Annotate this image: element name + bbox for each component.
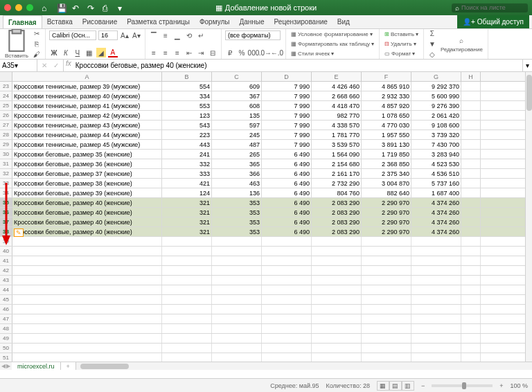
cell[interactable]: 6 490 — [262, 150, 312, 159]
table-row[interactable]: 48 — [0, 324, 532, 334]
table-row[interactable]: 39 — [0, 237, 532, 247]
column-header-F[interactable]: F — [362, 72, 411, 81]
cell[interactable]: 421 — [162, 179, 212, 188]
cell[interactable] — [461, 217, 481, 226]
cell[interactable]: 4 426 460 — [312, 82, 362, 91]
zoom-slider[interactable] — [432, 384, 493, 387]
wrap-text-icon[interactable]: ↵ — [196, 30, 206, 40]
align-center-icon[interactable]: ≡ — [161, 48, 170, 57]
cell[interactable]: 1 781 770 — [312, 130, 362, 139]
cell[interactable]: 6 490 — [262, 179, 312, 188]
table-row[interactable]: 23Кроссовки теннисные, размер 39 (мужски… — [0, 82, 532, 91]
paste-button[interactable]: Вставить — [3, 28, 30, 61]
format-cells-button[interactable]: ▭Формат ▾ — [383, 50, 420, 57]
row-header[interactable]: 50 — [0, 344, 12, 353]
column-header-G[interactable]: G — [411, 72, 461, 81]
cell[interactable]: 1 564 090 — [312, 150, 362, 159]
table-row[interactable]: 31Кроссовки беговые, размер 36 (женские)… — [0, 159, 532, 169]
cell[interactable]: Кроссовки беговые, размер 35 (женские) — [12, 150, 162, 159]
cell[interactable]: 487 — [212, 140, 262, 149]
cell[interactable]: 353 — [212, 208, 262, 217]
cell[interactable] — [461, 91, 481, 100]
cell[interactable]: 6 490 — [262, 169, 312, 178]
cell[interactable] — [461, 169, 481, 178]
increase-font-icon[interactable]: A▴ — [120, 30, 130, 40]
cell[interactable]: 7 430 700 — [411, 140, 461, 149]
ribbon-tab-Главная[interactable]: Главная — [3, 15, 42, 28]
cell[interactable]: 1 957 550 — [362, 130, 411, 139]
format-painter-icon[interactable]: 🖌 — [32, 50, 42, 60]
row-header[interactable]: 45 — [0, 295, 12, 304]
ribbon-tab-Вставка[interactable]: Вставка — [42, 15, 78, 28]
cell[interactable]: Кроссовки теннисные, размер 41 (мужские) — [12, 101, 162, 110]
column-header-H[interactable]: H — [461, 72, 481, 81]
cell[interactable]: 4 418 470 — [312, 101, 362, 110]
zoom-window-button[interactable] — [26, 4, 33, 11]
insert-cells-button[interactable]: ⊞Вставить ▾ — [383, 30, 420, 38]
cell[interactable] — [461, 130, 481, 139]
cell[interactable]: 4 523 530 — [411, 159, 461, 168]
cell[interactable]: Кроссовки беговые, размер 40 (женские) — [12, 217, 162, 226]
cell[interactable]: 6 490 — [262, 208, 312, 217]
cell[interactable]: 124 — [162, 188, 212, 197]
normal-view-icon[interactable]: ▦ — [377, 381, 389, 391]
cell[interactable]: Кроссовки теннисные, размер 39 (мужские) — [12, 82, 162, 91]
cell[interactable]: 321 — [162, 217, 212, 226]
minimize-window-button[interactable] — [15, 4, 22, 11]
cell[interactable]: Кроссовки беговые, размер 40 (женские) — [12, 227, 162, 236]
cell[interactable]: 321 — [162, 227, 212, 236]
align-middle-icon[interactable]: ≡ — [161, 30, 170, 40]
print-icon[interactable]: ⎙ — [103, 3, 112, 12]
underline-icon[interactable]: Ч — [73, 48, 82, 57]
merge-cells-icon[interactable]: ⊟ — [208, 48, 218, 57]
search-input[interactable] — [461, 4, 524, 11]
table-row[interactable]: 34Кроссовки беговые, размер 39 (женские)… — [0, 188, 532, 198]
redo-icon[interactable]: ↷ — [87, 3, 96, 12]
autosum-icon[interactable]: Σ — [427, 29, 437, 39]
table-row[interactable]: 27Кроссовки теннисные, размер 43 (мужски… — [0, 121, 532, 130]
column-header-A[interactable]: A — [12, 72, 162, 81]
table-row[interactable]: 38Кроссовки беговые, размер 40 (женские)… — [0, 227, 532, 237]
cell[interactable]: 7 990 — [262, 130, 312, 139]
cell[interactable]: 543 — [162, 121, 212, 130]
formula-expand-icon[interactable]: ▾ — [522, 60, 532, 71]
increase-indent-icon[interactable]: ⇥ — [196, 48, 206, 57]
qat-caret-icon[interactable]: ▾ — [118, 3, 127, 12]
select-all-corner[interactable] — [0, 72, 12, 81]
sheet-tab[interactable]: microexcel.ru — [12, 362, 61, 370]
cell[interactable] — [461, 198, 481, 207]
view-switcher[interactable]: ▦ ▤ ▥ — [377, 381, 414, 391]
column-header-D[interactable]: D — [262, 72, 312, 81]
row-header[interactable]: 48 — [0, 324, 12, 333]
table-row[interactable]: 50 — [0, 344, 532, 353]
cell[interactable]: 245 — [212, 130, 262, 139]
spreadsheet-grid[interactable]: ABCDEFGH 23Кроссовки теннисные, размер 3… — [0, 72, 532, 377]
cell[interactable]: 7 990 — [262, 140, 312, 149]
format-as-table-button[interactable]: ▦Форматировать как таблицу ▾ — [290, 40, 375, 48]
zoom-out-button[interactable]: − — [421, 382, 425, 389]
ribbon-tab-Рисование[interactable]: Рисование — [78, 15, 122, 28]
cell[interactable]: 2 368 850 — [362, 159, 411, 168]
cell[interactable]: 365 — [212, 159, 262, 168]
window-controls[interactable] — [4, 4, 33, 11]
cell[interactable]: 7 990 — [262, 91, 312, 100]
copy-icon[interactable]: ⎘ — [32, 39, 42, 49]
font-name-select[interactable] — [49, 30, 96, 40]
row-header[interactable]: 40 — [0, 247, 12, 256]
table-row[interactable]: 49 — [0, 334, 532, 344]
cell[interactable]: 2 668 660 — [312, 91, 362, 100]
table-row[interactable]: 28Кроссовки теннисные, размер 44 (мужски… — [0, 130, 532, 140]
cell[interactable]: 7 990 — [262, 82, 312, 91]
currency-icon[interactable]: ₽ — [225, 48, 235, 57]
cell[interactable]: 2 290 970 — [362, 208, 411, 217]
cell[interactable]: 6 490 — [262, 159, 312, 168]
border-icon[interactable]: ▦ — [85, 48, 94, 57]
cell[interactable]: Кроссовки беговые, размер 37 (женские) — [12, 169, 162, 178]
cell[interactable] — [461, 111, 481, 120]
row-header[interactable]: 41 — [0, 256, 12, 265]
cell[interactable]: 334 — [162, 91, 212, 100]
table-row[interactable]: 42 — [0, 266, 532, 276]
ribbon-tab-Данные[interactable]: Данные — [234, 15, 269, 28]
row-header[interactable]: 44 — [0, 285, 12, 294]
search-field[interactable]: ⌕ — [452, 3, 528, 12]
